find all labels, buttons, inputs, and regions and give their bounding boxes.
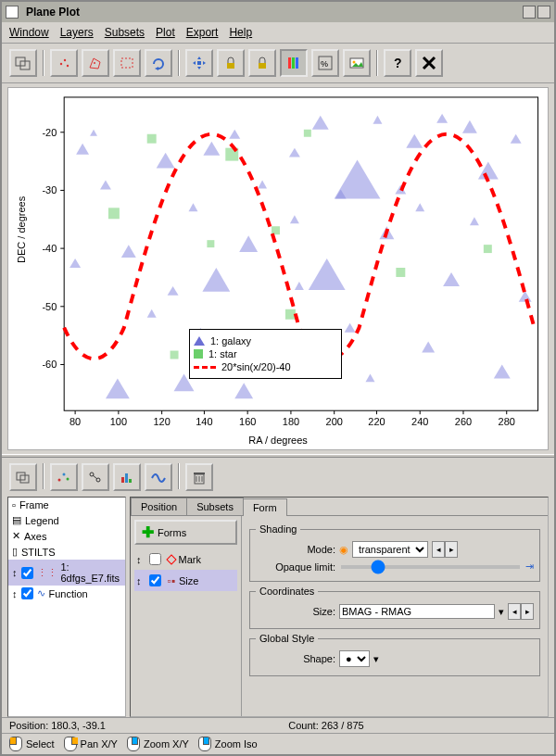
form-item-size[interactable]: ↕▫▪Size	[134, 570, 237, 591]
tree-item-frame[interactable]: ▫Frame	[8, 498, 125, 512]
new-window-icon[interactable]	[9, 49, 37, 77]
status-position: Position: 180.3, -39.1	[9, 720, 106, 731]
svg-line-68	[93, 475, 97, 479]
svg-rect-57	[396, 268, 405, 277]
shading-mode-spin[interactable]: ◂▸	[432, 541, 458, 558]
svg-rect-71	[129, 479, 132, 483]
svg-point-65	[67, 478, 70, 481]
size-field[interactable]	[339, 604, 495, 619]
help-icon[interactable]: ?	[384, 49, 411, 77]
shape-label: Shape:	[256, 653, 335, 664]
menu-export[interactable]: Export	[186, 26, 219, 39]
subset-rect-icon[interactable]	[113, 49, 141, 77]
size-label: Size:	[256, 606, 335, 617]
minimize-button[interactable]	[523, 6, 536, 19]
menu-window[interactable]: Window	[9, 26, 49, 39]
layer-toolbar	[7, 461, 549, 497]
mode-pan[interactable]: Pan X/Y	[64, 737, 118, 751]
layer1-visible-checkbox[interactable]	[21, 567, 33, 579]
tree-item-legend[interactable]: ▤Legend	[8, 512, 125, 528]
tree-item-axes[interactable]: ✕Axes	[8, 528, 125, 544]
grid-percent-icon[interactable]: %	[311, 49, 339, 77]
legend-label-star: 1: star	[208, 348, 237, 359]
tab-position[interactable]: Position	[131, 498, 187, 515]
plot-svg: -20 -30 -40 -50 -60 80 100 120 140 160 1…	[8, 88, 548, 449]
delete-layer-icon[interactable]	[185, 463, 213, 491]
plot-legend: 1: galaxy 1: star 20*sin(x/20)-40	[189, 329, 342, 379]
svg-rect-69	[121, 477, 124, 483]
menu-subsets[interactable]: Subsets	[105, 26, 145, 39]
window-title: Plane Plot	[26, 6, 521, 19]
svg-text:260: 260	[455, 416, 472, 427]
titlebar: Plane Plot	[2, 2, 554, 22]
add-scatter-icon[interactable]	[50, 463, 78, 491]
svg-point-63	[58, 479, 61, 482]
close-icon[interactable]	[415, 49, 443, 77]
add-function-icon[interactable]	[145, 463, 172, 491]
pan-icon[interactable]	[185, 49, 213, 77]
menu-plot[interactable]: Plot	[156, 26, 175, 39]
svg-point-3	[64, 59, 66, 61]
mode-zoom-xy[interactable]: Zoom X/Y	[127, 737, 189, 751]
menu-layers[interactable]: Layers	[60, 26, 94, 39]
maximize-button[interactable]	[537, 6, 550, 19]
tree-item-function[interactable]: ↕∿Function	[8, 586, 125, 601]
menu-help[interactable]: Help	[229, 26, 252, 39]
opaque-limit-label: Opaque limit:	[256, 561, 335, 573]
subset-blob-icon[interactable]	[50, 49, 78, 77]
layer-tree[interactable]: ▫Frame ▤Legend ✕Axes ▯STILTS ↕⋮⋮1: 6dfgs…	[7, 497, 126, 717]
export-image-icon[interactable]	[343, 49, 371, 77]
shape-dropdown-icon[interactable]: ▾	[373, 653, 379, 665]
form-item-mark[interactable]: ↕Mark	[134, 548, 237, 570]
system-menu-icon[interactable]	[6, 6, 19, 19]
svg-point-4	[67, 65, 69, 67]
shading-group: Shading Mode: ◉ transparent ◂▸ Opaque li…	[249, 523, 540, 582]
size-dropdown-icon[interactable]: ▾	[499, 606, 504, 618]
shape-select[interactable]: ●	[339, 650, 370, 667]
lock-x-icon[interactable]	[248, 49, 276, 77]
mouse-left-icon	[9, 737, 22, 751]
status-bar: Position: 180.3, -39.1 Count: 263 / 875	[2, 717, 554, 733]
svg-rect-52	[147, 134, 157, 144]
shading-mode-select[interactable]: transparent	[352, 541, 428, 558]
svg-text:280: 280	[499, 416, 515, 427]
add-histogram-icon[interactable]	[113, 463, 141, 491]
size-spin[interactable]: ◂▸	[508, 603, 534, 620]
lock-y-icon[interactable]	[217, 49, 245, 77]
svg-text:120: 120	[154, 416, 171, 427]
subset-poly-icon[interactable]	[82, 49, 109, 77]
tree-item-stilts[interactable]: ▯STILTS	[8, 544, 125, 560]
aux-color-icon[interactable]	[280, 49, 308, 77]
mouse-right-icon	[64, 737, 77, 751]
form-size-checkbox[interactable]	[149, 574, 161, 586]
plot-canvas[interactable]: -20 -30 -40 -50 -60 80 100 120 140 160 1…	[7, 87, 549, 450]
svg-text:?: ?	[394, 56, 402, 70]
function-visible-checkbox[interactable]	[21, 587, 33, 599]
svg-text:-40: -40	[42, 243, 57, 254]
opaque-reset-icon[interactable]: ⇥	[525, 561, 534, 573]
main-toolbar: % ?	[2, 44, 554, 83]
form-mark-checkbox[interactable]	[149, 553, 161, 565]
tab-subsets[interactable]: Subsets	[186, 498, 244, 515]
mode-select[interactable]: Select	[9, 737, 55, 751]
mode-zoom-iso[interactable]: Zoom Iso	[198, 737, 258, 751]
add-pair-icon[interactable]	[82, 463, 109, 491]
svg-rect-6	[121, 58, 133, 68]
add-frame-icon[interactable]	[9, 463, 37, 491]
svg-text:-20: -20	[42, 127, 57, 138]
menubar: Window Layers Subsets Plot Export Help	[2, 22, 554, 44]
svg-point-2	[60, 63, 62, 65]
legend-label-function: 20*sin(x/20)-40	[221, 361, 291, 372]
svg-rect-51	[108, 208, 120, 219]
settings-tabs: Position Subsets Form	[131, 498, 548, 516]
svg-text:160: 160	[239, 416, 256, 427]
svg-rect-70	[125, 473, 128, 483]
y-axis-label: DEC / degrees	[16, 196, 27, 263]
add-form-button[interactable]: ✚Forms	[134, 520, 237, 545]
tree-item-dataset-1[interactable]: ↕⋮⋮1: 6dfgs_E7.fits	[8, 560, 125, 586]
tab-form[interactable]: Form	[243, 498, 287, 516]
opaque-limit-slider[interactable]	[341, 565, 520, 569]
legend-label-galaxy: 1: galaxy	[210, 335, 251, 346]
svg-rect-59	[207, 240, 214, 247]
redo-icon[interactable]	[145, 49, 172, 77]
